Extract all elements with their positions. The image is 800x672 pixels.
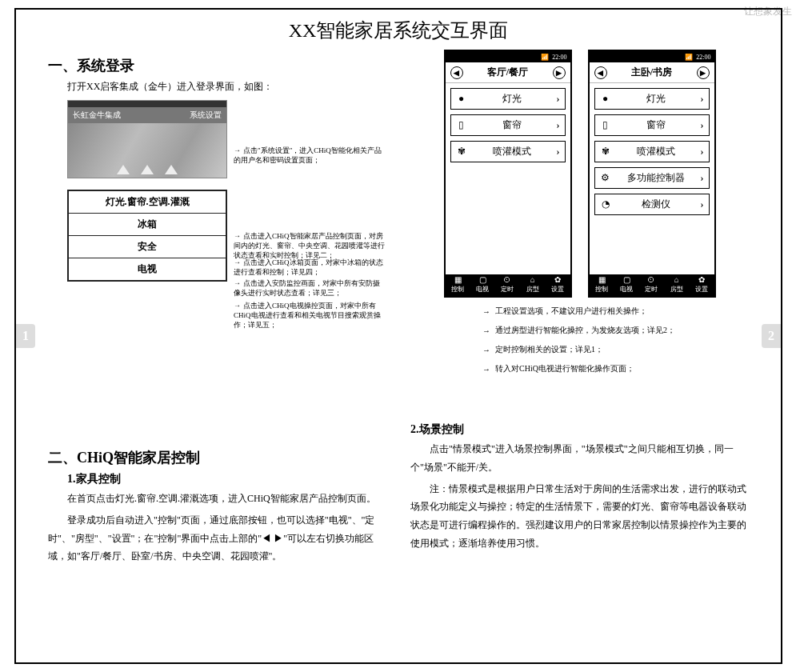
- nav-label: 设置: [695, 285, 708, 294]
- nav-label: 房型: [526, 285, 539, 294]
- curtain-icon: ▯: [600, 119, 611, 131]
- nav-control[interactable]: ▦控制: [451, 276, 464, 294]
- nav-timer[interactable]: ⏲定时: [645, 276, 658, 294]
- right-column: 📶22:00 ◀ 客厅/餐厅 ▶ ●灯光› ▯窗帘› ✾喷灌模式› ▦控制: [410, 50, 749, 569]
- annotation-timer: 定时控制相关的设置；详见1；: [482, 344, 749, 355]
- phone-screenshots: 📶22:00 ◀ 客厅/餐厅 ▶ ●灯光› ▯窗帘› ✾喷灌模式› ▦控制: [410, 50, 749, 298]
- mini-status-bar: [68, 101, 226, 107]
- control-item-light[interactable]: ●灯光›: [450, 88, 566, 110]
- section2-heading: 二、CHiQ智能家居控制: [48, 448, 386, 467]
- phone-bedroom: 📶22:00 ◀ 主卧/书房 ▶ ●灯光› ▯窗帘› ✾喷灌模式› ⚙多功能控制…: [588, 50, 716, 298]
- main-menu-list: 灯光.窗帘.空调.灌溉 冰箱 安全 电视: [67, 190, 227, 282]
- section1-intro: 打开XX启客集成（金牛）进入登录界面，如图：: [48, 80, 386, 94]
- chevron-right-icon: ›: [557, 146, 560, 158]
- annotation-tv: 点击进入CHiQ电视操控页面，对家中所有CHiQ电视进行查看和相关电视节目搜索观…: [234, 301, 386, 330]
- status-bar: 📶22:00: [446, 51, 570, 62]
- nav-rooms[interactable]: ⌂房型: [526, 276, 539, 294]
- rooms-icon: ⌂: [530, 276, 535, 284]
- page-title: XX智能家居系统交互界面: [16, 18, 781, 43]
- nav-settings[interactable]: ✿设置: [551, 276, 564, 294]
- tv-icon: ▢: [623, 276, 630, 284]
- annotation-tv: 转入对CHiQ电视进行智能化操作页面；: [482, 363, 749, 374]
- nav-label: 定时: [645, 285, 658, 294]
- section2-para1: 在首页点击灯光.窗帘.空调.灌溉选项，进入CHiQ智能家居产品控制页面。: [48, 490, 386, 508]
- chevron-right-icon: ›: [557, 119, 560, 131]
- settings-icon: ✿: [698, 276, 705, 284]
- control-item-light[interactable]: ●灯光›: [594, 88, 710, 110]
- next-room-button[interactable]: ▶: [697, 66, 710, 79]
- nav-label: 控制: [595, 285, 608, 294]
- curtain-icon: ▯: [456, 119, 467, 131]
- light-icon: ●: [456, 93, 467, 105]
- nav-label: 电视: [620, 285, 633, 294]
- control-item-detector[interactable]: ◔检测仪›: [594, 194, 710, 215]
- login-header-right[interactable]: 系统设置: [190, 110, 222, 121]
- section1-heading: 一、系统登录: [48, 56, 386, 75]
- login-screenshot: 长虹金牛集成 系统设置: [67, 100, 227, 178]
- login-header-left: 长虹金牛集成: [73, 110, 121, 121]
- next-room-button[interactable]: ▶: [553, 66, 566, 79]
- signal-icon: 📶: [541, 54, 549, 61]
- control-item-spray[interactable]: ✾喷灌模式›: [450, 141, 566, 162]
- prev-page-tab[interactable]: 1: [16, 324, 35, 348]
- nav-timer[interactable]: ⏲定时: [501, 276, 514, 294]
- nav-tv[interactable]: ▢电视: [476, 276, 489, 294]
- nav-settings[interactable]: ✿设置: [695, 276, 708, 294]
- nav-tv[interactable]: ▢电视: [620, 276, 633, 294]
- light-icon: ●: [600, 93, 611, 105]
- tv-icon: ▢: [479, 276, 486, 284]
- timer-icon: ⏲: [647, 276, 655, 284]
- control-icon: ▦: [454, 276, 462, 284]
- bottom-nav-annotations: 工程设置选项，不建议用户进行相关操作； 通过房型进行智能化操控，为发烧友选项；详…: [482, 306, 749, 374]
- annotation-security: 点击进入安防监控画面，对家中所有安防摄像头进行实时状态查看；详见三；: [234, 278, 386, 298]
- menu-item-lighting[interactable]: 灯光.窗帘.空调.灌溉: [69, 191, 226, 214]
- section2-para2: 登录成功后自动进入"控制"页面，通过底部按钮，也可以选择"电视"、"定时"、"房…: [48, 511, 386, 566]
- item-label: 窗帘: [475, 118, 549, 132]
- next-page-tab[interactable]: 2: [762, 324, 781, 348]
- chevron-right-icon: ›: [701, 198, 704, 210]
- spray-icon: ✾: [600, 146, 611, 158]
- bottom-nav: ▦控制 ▢电视 ⏲定时 ⌂房型 ✿设置: [590, 274, 714, 296]
- control-item-curtain[interactable]: ▯窗帘›: [450, 114, 566, 136]
- rooms-icon: ⌂: [674, 276, 679, 284]
- annotation-settings: 工程设置选项，不建议用户进行相关操作；: [482, 306, 749, 317]
- control-item-spray[interactable]: ✾喷灌模式›: [594, 141, 710, 162]
- left-column: 一、系统登录 打开XX启客集成（金牛）进入登录界面，如图： 长虹金牛集成 系统设…: [48, 50, 386, 569]
- timer-icon: ⏲: [503, 276, 511, 284]
- signal-icon: 📶: [685, 54, 693, 61]
- control-item-curtain[interactable]: ▯窗帘›: [594, 114, 710, 136]
- annotation-lighting: 点击进入CHiQ智能家居产品控制页面，对房间内的灯光、窗帘、中央空调、花园喷灌等…: [234, 231, 386, 260]
- control-item-multicontroller[interactable]: ⚙多功能控制器›: [594, 167, 710, 189]
- menu-item-fridge[interactable]: 冰箱: [69, 214, 226, 236]
- menu-item-tv[interactable]: 电视: [69, 258, 226, 280]
- item-label: 多功能控制器: [619, 171, 693, 185]
- annotation-fridge: 点击进入CHiQ冰箱页面，对家中冰箱的状态进行查看和控制；详见四；: [234, 258, 386, 277]
- item-label: 灯光: [475, 92, 549, 106]
- login-banner-image: [68, 123, 226, 178]
- controller-icon: ⚙: [600, 172, 611, 184]
- room-title-right: 主卧/书房: [631, 66, 672, 79]
- room-title-left: 客厅/餐厅: [487, 66, 528, 79]
- nav-label: 定时: [501, 285, 514, 294]
- detector-icon: ◔: [600, 198, 611, 210]
- nav-control[interactable]: ▦控制: [595, 276, 608, 294]
- item-label: 窗帘: [619, 118, 693, 132]
- chevron-right-icon: ›: [701, 93, 704, 105]
- section2-para3: 点击"情景模式"进入场景控制界面，"场景模式"之间只能相互切换，同一个"场景"不…: [410, 440, 749, 477]
- item-label: 喷灌模式: [619, 145, 693, 158]
- nav-label: 电视: [476, 285, 489, 294]
- nav-label: 房型: [670, 285, 683, 294]
- section2-sub1: 1.家具控制: [67, 472, 386, 486]
- chevron-right-icon: ›: [701, 119, 704, 131]
- section2-sub2: 2.场景控制: [410, 422, 749, 437]
- prev-room-button[interactable]: ◀: [594, 66, 607, 79]
- nav-rooms[interactable]: ⌂房型: [670, 276, 683, 294]
- status-bar: 📶22:00: [590, 51, 714, 62]
- prev-room-button[interactable]: ◀: [450, 66, 463, 79]
- item-label: 灯光: [619, 92, 693, 106]
- time-label: 22:00: [696, 54, 710, 61]
- expand-arrows-icon: [68, 165, 226, 174]
- time-label: 22:00: [552, 54, 566, 61]
- menu-item-security[interactable]: 安全: [69, 236, 226, 258]
- chevron-right-icon: ›: [701, 172, 704, 184]
